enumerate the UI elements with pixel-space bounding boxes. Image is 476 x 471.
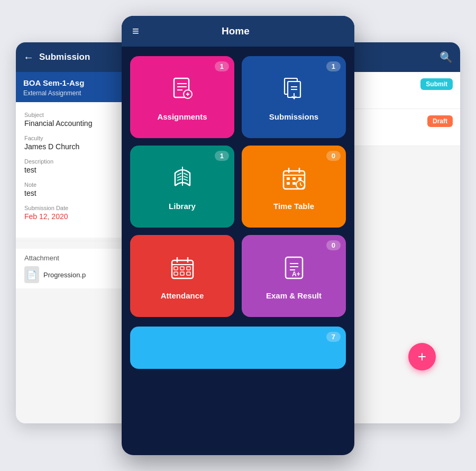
draft-badge: Draft (427, 115, 453, 127)
svg-rect-34 (174, 267, 178, 270)
search-icon[interactable]: 🔍 (440, 51, 453, 64)
examresult-tile[interactable]: 0 A+ Exam & Result (242, 235, 346, 317)
attendance-label: Attendance (161, 291, 204, 300)
submit-badge: Submit (420, 78, 453, 90)
svg-rect-36 (187, 267, 190, 270)
svg-rect-39 (187, 272, 190, 275)
bottom-tile[interactable]: 7 (130, 327, 346, 369)
library-badge: 1 (215, 151, 229, 161)
assignments-icon (169, 75, 196, 107)
home-grid: 1 Assignments 1 (122, 47, 354, 327)
library-label: Library (169, 202, 196, 211)
bottom-badge: 7 (326, 332, 341, 342)
fab-add-button[interactable]: + (408, 343, 436, 370)
home-card: ≡ Home 1 Assignments 1 (122, 16, 354, 455)
file-icon: 📄 (24, 266, 39, 283)
back-button[interactable]: ← (23, 51, 34, 64)
svg-line-17 (184, 179, 188, 180)
svg-rect-24 (298, 177, 301, 180)
timetable-tile[interactable]: 0 Time Table (242, 146, 346, 228)
svg-line-15 (184, 173, 188, 175)
svg-rect-22 (287, 177, 290, 180)
svg-rect-26 (292, 182, 296, 185)
submissions-icon (280, 75, 308, 107)
submissions-tile[interactable]: 1 Submissions (242, 56, 346, 138)
examresult-label: Exam & Result (266, 291, 322, 300)
submissions-label: Submissions (269, 112, 318, 121)
bottom-partial: 7 (122, 327, 354, 369)
svg-rect-35 (180, 267, 184, 270)
home-header: ≡ Home (122, 16, 354, 47)
svg-rect-25 (287, 182, 290, 185)
svg-rect-30 (172, 260, 193, 278)
svg-line-16 (184, 176, 188, 178)
assignments-label: Assignments (157, 112, 207, 121)
svg-rect-38 (180, 272, 184, 275)
svg-line-12 (177, 173, 181, 175)
svg-rect-37 (174, 272, 178, 275)
svg-rect-23 (292, 177, 296, 180)
home-title: Home (222, 25, 250, 37)
library-icon (169, 165, 196, 196)
svg-line-14 (177, 179, 181, 180)
file-name: Progression.p (43, 271, 86, 279)
hamburger-menu-icon[interactable]: ≡ (132, 24, 139, 38)
submission-detail-title: Submission (39, 52, 90, 62)
svg-line-13 (177, 176, 181, 178)
attendance-icon (169, 254, 196, 286)
svg-text:A+: A+ (292, 270, 300, 278)
attendance-tile[interactable]: Attendance (130, 235, 234, 317)
timetable-icon (280, 165, 308, 196)
library-tile[interactable]: 1 Library (130, 146, 234, 228)
examresult-badge: 0 (326, 240, 341, 250)
examresult-icon: A+ (280, 254, 308, 286)
assignments-badge: 1 (215, 61, 229, 71)
assignments-tile[interactable]: 1 Assignments (130, 56, 234, 138)
timetable-badge: 0 (326, 151, 341, 161)
submissions-badge: 1 (326, 61, 341, 71)
timetable-label: Time Table (273, 202, 314, 211)
